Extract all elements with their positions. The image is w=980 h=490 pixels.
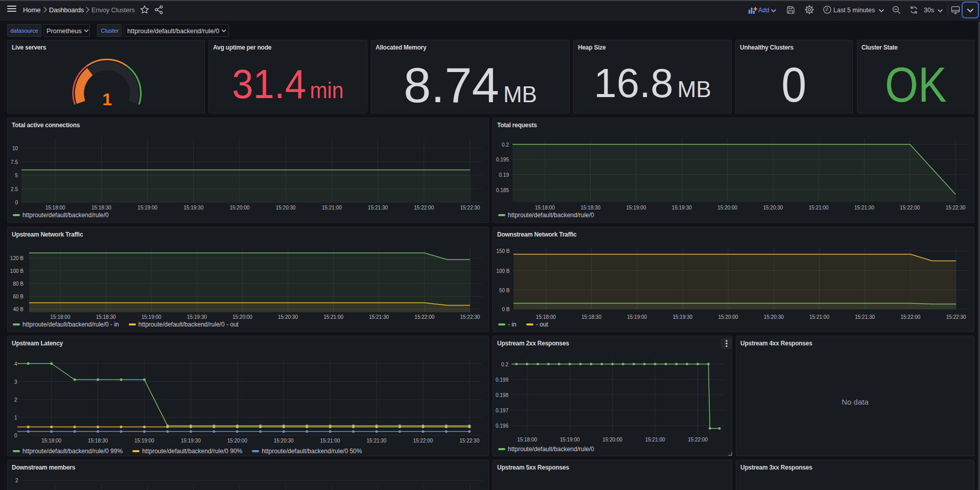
svg-text:80 B: 80 B — [13, 281, 24, 287]
svg-text:15:22:00: 15:22:00 — [413, 438, 433, 444]
svg-text:15:20:00: 15:20:00 — [229, 205, 249, 211]
svg-text:15:20:00: 15:20:00 — [718, 314, 738, 320]
svg-text:2: 2 — [14, 397, 17, 403]
svg-text:40 B: 40 B — [13, 307, 24, 312]
svg-text:15:18:00: 15:18:00 — [535, 205, 555, 211]
svg-text:15:21:30: 15:21:30 — [368, 205, 388, 211]
svg-text:0.2: 0.2 — [501, 362, 508, 367]
svg-text:15:20:00: 15:20:00 — [717, 205, 737, 211]
svg-text:0.2: 0.2 — [502, 142, 509, 148]
svg-text:5: 5 — [15, 173, 18, 178]
svg-text:15:22:00: 15:22:00 — [900, 314, 920, 320]
svg-text:0: 0 — [15, 200, 18, 205]
svg-text:100 B: 100 B — [496, 268, 509, 274]
svg-text:15:21:00: 15:21:00 — [323, 314, 343, 320]
svg-text:0.196: 0.196 — [496, 423, 508, 429]
svg-text:15:20:30: 15:20:30 — [764, 314, 784, 320]
svg-text:15:21:00: 15:21:00 — [320, 438, 340, 444]
svg-text:15:18:00: 15:18:00 — [41, 438, 61, 444]
svg-text:15:18:30: 15:18:30 — [91, 205, 111, 211]
svg-text:15:19:30: 15:19:30 — [672, 205, 692, 211]
svg-text:15:19:00: 15:19:00 — [134, 438, 154, 444]
svg-text:15:19:30: 15:19:30 — [672, 314, 692, 320]
svg-text:15:21:00: 15:21:00 — [322, 205, 342, 211]
svg-text:15:20:30: 15:20:30 — [274, 438, 294, 444]
svg-text:15:18:30: 15:18:30 — [580, 205, 600, 211]
svg-text:15:22:30: 15:22:30 — [460, 314, 480, 320]
svg-text:15:20:30: 15:20:30 — [276, 205, 296, 211]
svg-text:10: 10 — [12, 146, 18, 151]
svg-text:0.185: 0.185 — [496, 188, 509, 193]
svg-text:15:21:00: 15:21:00 — [809, 314, 829, 320]
svg-text:15:21:30: 15:21:30 — [855, 314, 875, 320]
svg-text:150 B: 150 B — [496, 248, 509, 254]
svg-text:15:20:30: 15:20:30 — [278, 314, 298, 320]
svg-text:15:18:00: 15:18:00 — [51, 314, 71, 320]
svg-text:3: 3 — [14, 379, 17, 385]
svg-text:7.5: 7.5 — [11, 159, 18, 165]
svg-text:15:18:30: 15:18:30 — [88, 438, 108, 444]
svg-text:15:22:30: 15:22:30 — [459, 438, 479, 444]
svg-text:15:18:00: 15:18:00 — [517, 437, 537, 442]
svg-text:15:20:30: 15:20:30 — [763, 205, 783, 211]
svg-text:15:22:30: 15:22:30 — [946, 314, 966, 320]
svg-text:15:19:00: 15:19:00 — [142, 314, 161, 320]
svg-text:15:18:30: 15:18:30 — [581, 314, 601, 320]
svg-text:15:22:00: 15:22:00 — [414, 314, 434, 320]
svg-text:15:20:00: 15:20:00 — [602, 437, 622, 442]
svg-text:15:22:00: 15:22:00 — [688, 437, 708, 442]
svg-text:15:19:30: 15:19:30 — [187, 314, 207, 320]
svg-text:15:21:00: 15:21:00 — [809, 205, 829, 211]
svg-text:15:19:30: 15:19:30 — [181, 438, 201, 444]
svg-text:15:22:30: 15:22:30 — [946, 205, 966, 211]
svg-text:1: 1 — [102, 89, 112, 109]
svg-text:0.197: 0.197 — [496, 408, 508, 413]
svg-text:2: 2 — [15, 478, 18, 483]
svg-text:60 B: 60 B — [13, 294, 24, 299]
svg-text:15:18:30: 15:18:30 — [96, 314, 116, 320]
svg-text:2.5: 2.5 — [11, 186, 18, 192]
svg-text:15:22:00: 15:22:00 — [900, 205, 920, 211]
svg-text:15:22:30: 15:22:30 — [460, 205, 480, 211]
svg-text:0: 0 — [14, 433, 17, 438]
svg-text:15:19:00: 15:19:00 — [137, 205, 157, 211]
svg-text:15:19:30: 15:19:30 — [183, 205, 203, 211]
svg-text:120 B: 120 B — [10, 255, 24, 261]
svg-text:15:18:00: 15:18:00 — [536, 314, 556, 320]
svg-text:50 B: 50 B — [499, 288, 510, 293]
svg-text:4: 4 — [14, 361, 17, 367]
svg-text:15:21:30: 15:21:30 — [369, 314, 389, 320]
svg-text:0.198: 0.198 — [496, 392, 508, 398]
svg-text:100 B: 100 B — [10, 268, 24, 274]
svg-text:15:19:00: 15:19:00 — [627, 314, 647, 320]
svg-text:15:20:00: 15:20:00 — [232, 314, 252, 320]
svg-text:15:19:00: 15:19:00 — [560, 437, 580, 442]
svg-text:15:18:00: 15:18:00 — [45, 205, 65, 211]
svg-text:15:21:30: 15:21:30 — [854, 205, 874, 211]
svg-text:15:22:00: 15:22:00 — [414, 205, 434, 211]
svg-text:15:21:30: 15:21:30 — [366, 438, 386, 444]
svg-text:0 B: 0 B — [502, 307, 509, 312]
svg-text:15:20:00: 15:20:00 — [227, 438, 247, 444]
svg-text:15:19:00: 15:19:00 — [626, 205, 646, 211]
svg-text:1: 1 — [14, 415, 17, 421]
svg-text:0.199: 0.199 — [496, 377, 508, 383]
svg-text:0.195: 0.195 — [496, 157, 509, 162]
svg-text:15:21:00: 15:21:00 — [645, 437, 665, 442]
svg-text:0.19: 0.19 — [499, 172, 509, 178]
